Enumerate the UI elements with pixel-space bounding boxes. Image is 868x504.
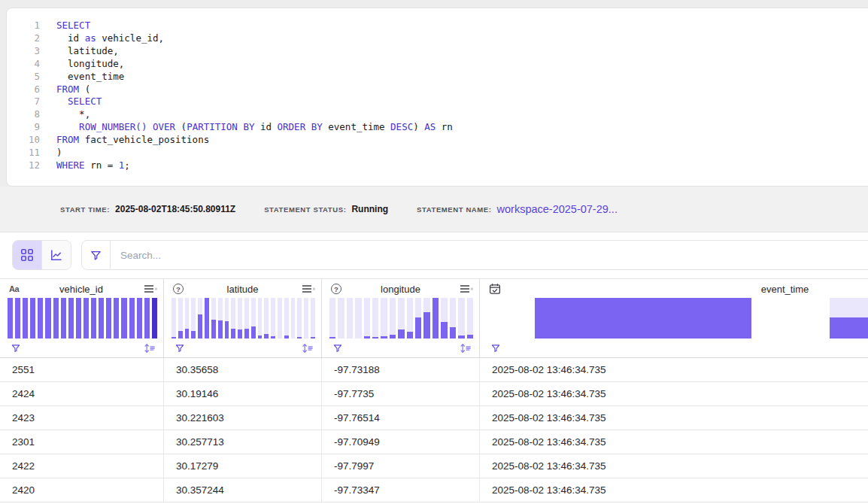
line-number: 3	[7, 45, 40, 58]
histogram-bar	[535, 298, 751, 339]
histogram-bar	[407, 298, 413, 339]
histogram-bar	[198, 298, 202, 339]
code-line: 1SELECT	[7, 20, 868, 32]
histogram-bar	[398, 298, 404, 339]
histogram-bar	[114, 298, 119, 339]
view-toggle	[12, 240, 71, 270]
cell-longitude: -97.7735	[322, 382, 480, 405]
text-type-icon: Aa	[9, 284, 19, 293]
histogram-bar	[423, 298, 429, 339]
histogram-bar	[68, 298, 74, 339]
cell-vehicle_id: 2301	[0, 430, 164, 454]
column-menu-icon[interactable]	[302, 284, 315, 293]
code-text: ROW_NUMBER() OVER (PARTITION BY id ORDER…	[40, 121, 453, 134]
histogram-bar	[205, 298, 209, 339]
filter-icon[interactable]	[11, 343, 21, 354]
histogram-bar	[38, 298, 43, 339]
line-number: 5	[7, 71, 40, 83]
table-row[interactable]: 242330.221603-97.765142025-08-02 13:46:3…	[0, 406, 868, 430]
table-row[interactable]: 242430.19146-97.77352025-08-02 13:46:34.…	[0, 382, 868, 406]
start-time-item: START TIME: 2025-08-02T18:45:50.80911Z	[60, 204, 235, 214]
column-menu-icon[interactable]	[144, 284, 157, 293]
line-number: 12	[7, 159, 40, 172]
start-time-label: START TIME:	[60, 205, 110, 214]
cell-vehicle_id: 2420	[0, 478, 164, 502]
line-number: 11	[7, 147, 40, 159]
column-title: latitude	[187, 284, 299, 295]
code-text: event_time	[40, 71, 124, 83]
table-row[interactable]: 230130.257713-97.709492025-08-02 13:46:3…	[0, 430, 868, 454]
statement-name-link[interactable]: workspace-2025-07-29...	[497, 203, 618, 215]
cell-longitude: -97.73188	[322, 358, 480, 381]
histogram-bar	[441, 298, 447, 339]
code-text: FROM fact_vehicle_positions	[40, 134, 209, 147]
results-section: Aavehicle_id?latitude?longitudeevent_tim…	[0, 232, 868, 504]
histogram-bar	[251, 298, 256, 339]
grid-view-icon	[20, 248, 34, 262]
histogram-bar	[450, 298, 456, 339]
code-text: latitude,	[40, 45, 119, 58]
cell-vehicle_id: 2422	[0, 454, 164, 478]
histogram-bar	[415, 298, 421, 339]
grid-view-button[interactable]	[13, 241, 41, 269]
histogram-bar	[191, 298, 196, 339]
histogram-bar	[225, 298, 229, 339]
code-text: SELECT	[40, 96, 102, 108]
statement-status-item: STATEMENT STATUS: Running	[264, 204, 388, 214]
line-number: 10	[7, 134, 40, 147]
code-line: 12WHERE rn = 1;	[7, 159, 868, 172]
column-header-latitude: ?latitude	[164, 279, 322, 357]
cell-vehicle_id: 2423	[0, 406, 164, 430]
histogram-bar	[381, 298, 387, 339]
histogram-bar	[53, 298, 59, 339]
filter-icon[interactable]	[332, 343, 343, 354]
code-text: longitude,	[40, 58, 124, 71]
histogram-bar	[754, 298, 827, 339]
date-type-icon	[489, 283, 501, 295]
histogram-bar	[152, 298, 157, 339]
histogram-bar	[467, 298, 473, 339]
sort-icon[interactable]	[460, 343, 472, 354]
statement-name-item: STATEMENT NAME: workspace-2025-07-29...	[417, 203, 618, 215]
code-line: 7 SELECT	[7, 96, 868, 108]
column-name-row: ?longitude	[322, 279, 479, 297]
histogram-bar	[211, 298, 216, 339]
histogram-bar	[231, 298, 235, 339]
table-row[interactable]: 255130.35658-97.731882025-08-02 13:46:34…	[0, 358, 868, 382]
cell-vehicle_id: 2551	[0, 358, 164, 381]
filter-icon[interactable]	[175, 343, 185, 354]
histogram-bar	[83, 298, 89, 339]
filter-icon[interactable]	[490, 343, 501, 354]
statement-status-bar: START TIME: 2025-08-02T18:45:50.80911Z S…	[0, 187, 868, 232]
histogram-bar	[432, 298, 439, 339]
chart-view-button[interactable]	[41, 241, 71, 269]
column-title: vehicle_id	[22, 284, 141, 295]
column-histogram	[171, 298, 315, 339]
histogram-bar	[23, 298, 28, 339]
column-controls	[164, 339, 321, 358]
column-header-event_time: event_time	[480, 279, 868, 357]
table-row[interactable]: 242030.357244-97.733472025-08-02 13:46:3…	[0, 478, 868, 502]
cell-event_time: 2025-08-02 13:46:34.735	[480, 406, 868, 430]
sort-icon[interactable]	[144, 343, 156, 354]
histogram-bar	[218, 298, 223, 339]
histogram-bar	[284, 298, 289, 339]
histogram-bar	[355, 298, 361, 339]
code-text: SELECT	[40, 20, 90, 32]
histogram-bar	[458, 298, 464, 339]
histogram-bar	[487, 298, 533, 339]
table-row[interactable]: 242230.17279-97.79972025-08-02 13:46:34.…	[0, 454, 868, 478]
search-input[interactable]	[111, 241, 868, 269]
column-menu-icon[interactable]	[460, 284, 473, 293]
histogram-bar	[830, 298, 868, 339]
histogram-bar	[106, 298, 111, 339]
cell-latitude: 30.17279	[164, 454, 322, 478]
sort-icon[interactable]	[302, 343, 314, 354]
statement-status-value: Running	[351, 204, 388, 214]
line-number: 2	[7, 32, 40, 45]
search-filter-button[interactable]	[82, 241, 110, 269]
code-line: 4 longitude,	[7, 58, 868, 71]
code-text: FROM (	[40, 83, 90, 96]
cell-event_time: 2025-08-02 13:46:34.735	[480, 430, 868, 454]
sql-editor-panel[interactable]: 1SELECT2 id as vehicle_id,3 latitude,4 l…	[6, 8, 868, 187]
